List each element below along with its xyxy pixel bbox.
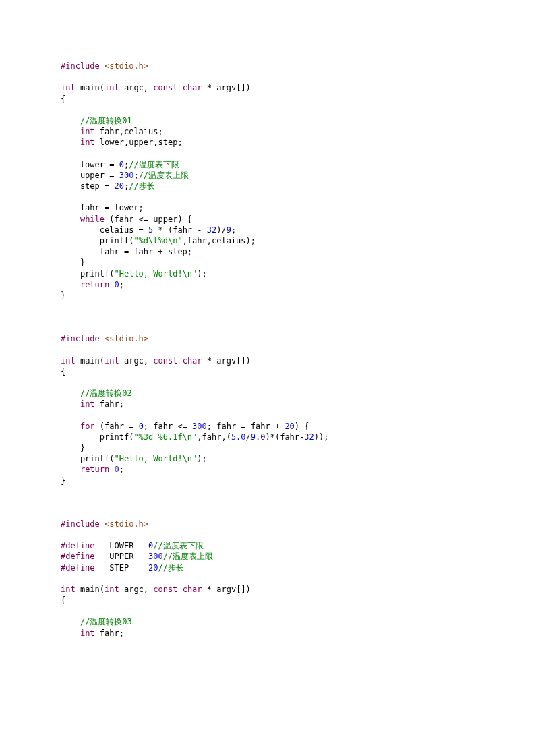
- token-op: );: [197, 269, 206, 279]
- code-line: int lower,upper,step;: [61, 138, 183, 147]
- token-op: fahr;: [95, 399, 124, 409]
- token-op: [100, 61, 105, 71]
- token-op: printf(: [61, 236, 134, 245]
- token-op: [61, 280, 80, 289]
- code-line: fahr = fahr + step;: [61, 247, 192, 256]
- code-line: //温度转换02: [61, 388, 132, 398]
- token-op: ; fahr <=: [144, 421, 192, 431]
- code-line: }: [61, 258, 85, 267]
- token-kw: int: [61, 356, 76, 366]
- token-kw: while: [80, 214, 105, 224]
- token-op: fahr;: [95, 629, 124, 638]
- code-line: {: [61, 367, 65, 376]
- token-pp: #include: [61, 61, 100, 71]
- token-op: {: [61, 94, 65, 104]
- code-line: #define UPPER 300//温度表上限: [61, 552, 213, 561]
- token-cm: //温度转换01: [80, 116, 132, 125]
- code-line: printf("Hello, World!\n");: [61, 454, 207, 463]
- code-block-2: #include <stdio.h> int main(int argc, co…: [61, 333, 534, 486]
- token-kw: int: [61, 83, 76, 92]
- token-kw: return: [80, 280, 109, 289]
- token-op: main(: [76, 356, 105, 366]
- token-op: * (fahr -: [153, 225, 206, 235]
- token-op: [61, 629, 80, 638]
- token-kw: int: [80, 399, 95, 409]
- token-op: [177, 83, 182, 92]
- token-num: 20: [114, 181, 123, 191]
- code-line: //温度转换01: [61, 116, 132, 125]
- code-line: fahr = lower;: [61, 203, 144, 212]
- token-op: [61, 617, 80, 627]
- code-line: printf("Hello, World!\n");: [61, 269, 207, 279]
- token-inc: <stdio.h>: [105, 519, 148, 529]
- code-line: return 0;: [61, 280, 124, 289]
- token-op: )*(fahr-: [265, 432, 304, 442]
- token-pp: #include: [61, 334, 100, 343]
- token-op: [177, 356, 182, 366]
- token-cm: //温度表下限: [153, 541, 203, 550]
- document-page: #include <stdio.h> int main(int argc, co…: [0, 0, 534, 756]
- token-op: celaius =: [61, 225, 148, 235]
- code-block-3: #include <stdio.h> #define LOWER 0//温度表下…: [61, 519, 534, 639]
- token-op: fahr,celaius;: [95, 127, 163, 136]
- token-cm: //步长: [158, 563, 184, 573]
- token-op: * argv[]): [202, 83, 251, 92]
- token-op: printf(: [61, 269, 114, 279]
- code-line: upper = 300;//温度表上限: [61, 171, 189, 180]
- token-op: lower =: [61, 160, 119, 169]
- token-op: [61, 116, 80, 125]
- token-num: 20: [285, 421, 294, 431]
- token-op: ; fahr = fahr +: [207, 421, 285, 431]
- token-num: 20: [148, 563, 158, 573]
- code-line: }: [61, 443, 85, 453]
- token-op: [100, 334, 105, 343]
- token-num: 9: [227, 225, 231, 235]
- token-op: ,fahr,celaius);: [183, 236, 256, 245]
- token-op: }: [61, 443, 85, 453]
- code-line: int main(int argc, const char * argv[]): [61, 585, 251, 594]
- token-op: /: [246, 432, 251, 442]
- token-op: main(: [76, 83, 105, 92]
- token-pp: #define: [61, 552, 95, 561]
- token-kw: int: [105, 83, 119, 92]
- token-op: [100, 519, 105, 529]
- code-line: #include <stdio.h>: [61, 519, 148, 529]
- token-op: fahr = fahr + step;: [61, 247, 192, 256]
- token-op: ) {: [295, 421, 309, 431]
- token-num: 32: [304, 432, 314, 442]
- token-kw: char: [183, 83, 202, 92]
- token-op: printf(: [61, 454, 114, 463]
- token-pp: #define: [61, 563, 95, 573]
- token-op: argc,: [119, 585, 154, 594]
- token-inc: <stdio.h>: [105, 61, 148, 71]
- code-line: {: [61, 595, 65, 605]
- code-line: #define LOWER 0//温度表下限: [61, 541, 204, 550]
- token-kw: int: [80, 127, 95, 136]
- token-op: upper =: [61, 171, 119, 180]
- token-op: ));: [314, 432, 329, 442]
- code-line: lower = 0;//温度表下限: [61, 160, 179, 169]
- code-line: celaius = 5 * (fahr - 32)/9;: [61, 225, 236, 235]
- code-line: #define STEP 20//步长: [61, 563, 184, 573]
- token-cm: //温度表上限: [139, 171, 189, 180]
- code-line: {: [61, 94, 65, 104]
- token-num: 0: [115, 465, 119, 474]
- token-op: * argv[]): [202, 585, 251, 594]
- token-op: [177, 585, 182, 594]
- code-block-1: #include <stdio.h> int main(int argc, co…: [61, 61, 534, 301]
- token-kw: for: [80, 421, 95, 431]
- token-op: STEP: [95, 563, 148, 573]
- token-strg: "Hello, World!\n": [114, 269, 197, 279]
- token-op: [61, 388, 80, 398]
- code-line: printf("%3d %6.1f\n",fahr,(5.0/9.0)*(fah…: [61, 432, 328, 442]
- token-op: )/: [216, 225, 226, 235]
- code-line: while (fahr <= upper) {: [61, 214, 192, 224]
- token-op: printf(: [61, 432, 134, 442]
- code-line: step = 20;//步长: [61, 181, 155, 191]
- token-cm: //步长: [129, 181, 154, 191]
- token-op: [61, 465, 80, 474]
- token-cm: //温度转换02: [80, 388, 132, 398]
- token-op: ;: [119, 280, 124, 289]
- token-pp: #define: [61, 541, 95, 550]
- token-op: lower,upper,step;: [95, 138, 183, 147]
